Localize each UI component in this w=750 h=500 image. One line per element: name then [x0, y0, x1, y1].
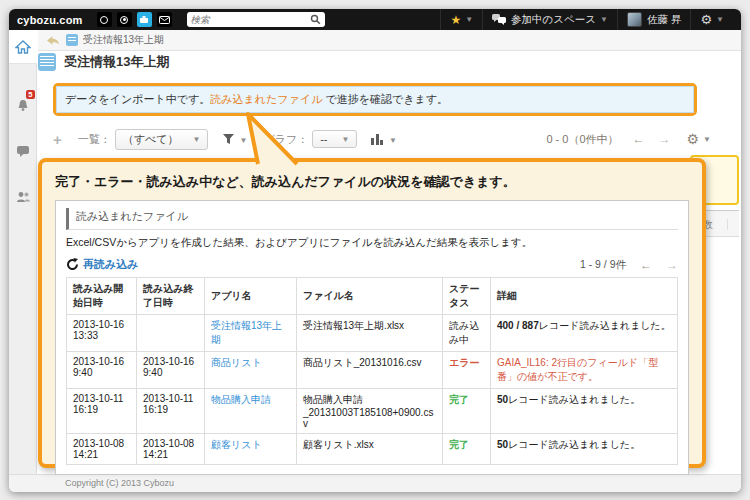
list-toolbar: + 一覧： （すべて）▼ ▼ グラフ： --▼ ▼ 0 - 0（0件中） ← →… [53, 126, 711, 152]
reload-icon[interactable] [66, 258, 79, 271]
app-icon [38, 53, 56, 71]
col-start: 読み込み開始日時 [67, 278, 137, 315]
footer: Copyright (C) 2013 Cybozu [9, 474, 741, 492]
chart-button[interactable]: ▼ [371, 134, 396, 145]
col-end: 読み込み終了日時 [137, 278, 205, 315]
mail-app-icon[interactable] [157, 12, 172, 27]
col-status: ステータス [443, 278, 491, 315]
chevron-down-icon: ▼ [389, 136, 397, 145]
add-record-button[interactable]: + [53, 131, 62, 148]
status-badge: 読み込み中 [443, 315, 491, 352]
help-callout: 完了・エラー・読み込み中など、読み込んだファイルの状況を確認できます。 読み込ま… [38, 158, 706, 468]
favorites-menu[interactable]: ★▼ [440, 9, 482, 30]
chevron-down-icon: ▼ [703, 135, 711, 144]
import-notice: データをインポート中です。読み込まれたファイル で進捗を確認できます。 [56, 86, 694, 113]
chevron-down-icon: ▼ [342, 135, 350, 144]
cybozu-logo: cybozu.com [17, 14, 83, 26]
loaded-files-table: 読み込み開始日時 読み込み終了日時 アプリ名 ファイル名 ステータス 詳細 20… [66, 277, 678, 465]
reload-link[interactable]: 再読み込み [83, 257, 139, 272]
global-search [187, 12, 325, 27]
chevron-down-icon: ▼ [716, 15, 724, 24]
graph-select[interactable]: --▼ [312, 130, 357, 148]
spaces-menu[interactable]: 参加中のスペース ▼ [482, 9, 617, 30]
copyright-text: Copyright (C) 2013 Cybozu [65, 478, 174, 488]
callout-pointer [233, 110, 305, 166]
app-link[interactable]: 受注情報13年上期 [211, 320, 282, 345]
gear-icon: ⚙ [700, 12, 712, 27]
col-file: ファイル名 [297, 278, 443, 315]
sidebar-item-home[interactable] [9, 30, 37, 64]
garoon-app-icon[interactable] [97, 12, 112, 27]
view-select[interactable]: （すべて）▼ [115, 129, 209, 150]
table-row: 2013-10-08 14:21 2013-10-08 14:21 顧客リスト … [67, 434, 678, 465]
refresh-row: 再読み込み 1 - 9 / 9件 ← → [66, 257, 678, 272]
prev-page-icon[interactable]: ← [633, 132, 645, 146]
section-description: Excel/CSVからアプリを作成した結果、およびアプリにファイルを読み込んだ結… [66, 236, 678, 250]
table-header-row: 読み込み開始日時 読み込み終了日時 アプリ名 ファイル名 ステータス 詳細 [67, 278, 678, 315]
app-link[interactable]: 顧客リスト [211, 439, 262, 450]
status-badge: 完了 [443, 389, 491, 434]
app-link[interactable]: 商品リスト [211, 357, 262, 368]
chat-bubble-icon [16, 145, 30, 157]
view-label: 一覧： [78, 132, 111, 147]
table-pagination: 1 - 9 / 9件 [580, 258, 626, 272]
table-row: 2013-10-16 9:40 2013-10-16 9:40 商品リスト 商品… [67, 352, 678, 389]
status-badge: 完了 [443, 434, 491, 465]
page-title-bar: 受注情報13年上期 [38, 53, 169, 71]
chevron-down-icon: ▼ [193, 135, 201, 144]
sidebar-item-people[interactable] [9, 180, 37, 214]
chevron-down-icon: ▼ [465, 15, 473, 24]
kintone-app-icon[interactable] [137, 12, 152, 27]
notice-text: で進捗を確認できます。 [322, 93, 448, 105]
loaded-files-panel: 読み込まれたファイル Excel/CSVからアプリを作成した結果、およびアプリに… [55, 200, 689, 475]
office-app-icon[interactable] [117, 12, 132, 27]
table-next-icon[interactable]: → [666, 258, 678, 272]
star-icon: ★ [450, 13, 461, 27]
top-bar: cybozu.com ★▼ 参加中のスペース ▼ 佐藤 昇 [9, 9, 741, 30]
search-input[interactable] [191, 14, 310, 25]
status-badge: エラー [443, 352, 491, 389]
bell-icon [16, 99, 30, 112]
bar-chart-icon [371, 138, 374, 145]
app-mini-icon [66, 34, 78, 46]
user-name: 佐藤 昇 [647, 13, 681, 27]
callout-title: 完了・エラー・読み込み中など、読み込んだファイルの状況を確認できます。 [55, 173, 689, 191]
notice-text: データをインポート中です。 [65, 93, 210, 105]
notification-badge: 5 [26, 90, 35, 99]
app-link[interactable]: 物品購入申請 [211, 394, 271, 405]
list-settings-gear-icon[interactable]: ⚙ [687, 131, 700, 147]
table-row: 2013-10-11 16:19 2013-10-11 16:19 物品購入申請… [67, 389, 678, 434]
loaded-files-link[interactable]: 読み込まれたファイル [210, 93, 322, 105]
left-sidebar: 5 [9, 30, 37, 474]
breadcrumb-app-label[interactable]: 受注情報13年上期 [83, 33, 164, 47]
next-page-icon[interactable]: → [659, 132, 671, 146]
table-prev-icon[interactable]: ← [640, 258, 652, 272]
section-title: 読み込まれたファイル [66, 208, 678, 230]
avatar [627, 12, 642, 27]
table-row: 2013-10-16 13:33 受注情報13年上期 受注情報13年上期.xls… [67, 315, 678, 352]
col-app: アプリ名 [205, 278, 297, 315]
user-menu[interactable]: 佐藤 昇 [617, 9, 690, 30]
record-count: 0 - 0（0件中） [546, 132, 618, 147]
people-icon [16, 191, 31, 203]
import-notice-highlight: データをインポート中です。読み込まれたファイル で進捗を確認できます。 [53, 83, 697, 116]
back-arrow-icon[interactable] [46, 35, 60, 46]
spaces-bubbles-icon [492, 14, 506, 25]
page-title: 受注情報13年上期 [64, 53, 169, 71]
home-icon [15, 40, 31, 54]
sidebar-item-messages[interactable] [9, 134, 37, 168]
chevron-down-icon: ▼ [600, 15, 608, 24]
app-window: cybozu.com ★▼ 参加中のスペース ▼ 佐藤 昇 [9, 9, 741, 492]
settings-menu[interactable]: ⚙▼ [690, 9, 733, 30]
spaces-menu-label: 参加中のスペース [511, 13, 596, 27]
col-detail: 詳細 [491, 278, 678, 315]
sidebar-item-notifications[interactable]: 5 [9, 88, 37, 122]
search-icon[interactable] [310, 14, 321, 25]
breadcrumb: 受注情報13年上期 [38, 30, 741, 51]
